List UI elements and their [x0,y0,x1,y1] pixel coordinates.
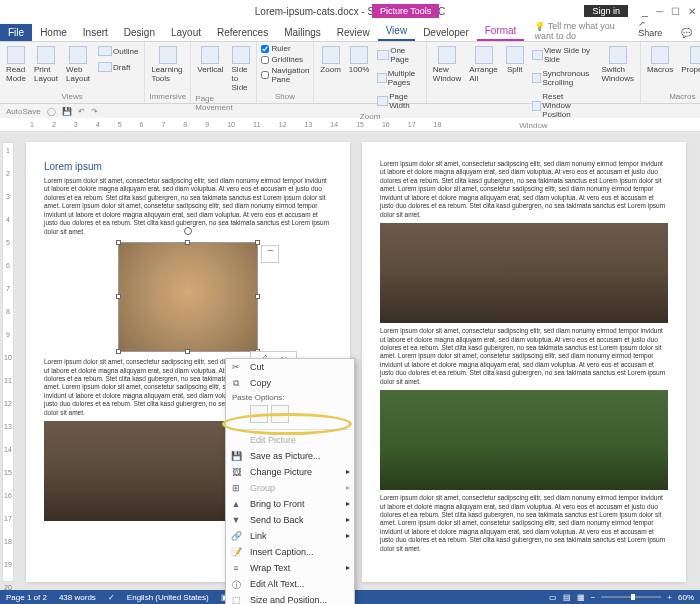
multi-pages-button[interactable]: Multiple Pages [375,67,422,89]
resize-handle[interactable] [255,294,260,299]
navpane-checkbox[interactable]: Navigation Pane [261,66,310,84]
ctx-wrap-text[interactable]: ≡Wrap Text [226,560,354,576]
resize-handle[interactable] [116,240,121,245]
titlebar: Lorem-ipsum-cats.docx - Saved to This PC… [0,0,700,22]
tab-design[interactable]: Design [116,24,163,41]
send-back-icon: ▼ [230,515,242,527]
learning-tools-button[interactable]: Learning Tools [149,44,186,85]
ribbon-options-icon[interactable]: ⎯ [642,6,648,17]
arrange-all-button[interactable]: Arrange All [467,44,499,85]
comments-button[interactable]: 💬 [673,25,700,41]
one-page-button[interactable]: One Page [375,44,422,66]
tab-mailings[interactable]: Mailings [276,24,329,41]
macros-button[interactable]: Macros [645,44,675,76]
zoom-in-button[interactable]: + [667,593,672,602]
ruler-checkbox[interactable]: Ruler [261,44,310,53]
ribbon-group-show: Ruler Gridlines Navigation Pane Show [257,42,315,103]
tab-references[interactable]: References [209,24,276,41]
sync-scroll-button[interactable]: Synchronous Scrolling [530,67,596,89]
ribbon-tabs: File Home Insert Design Layout Reference… [0,22,700,42]
web-layout-button[interactable]: Web Layout [64,44,92,85]
ctx-bring-front[interactable]: ▲Bring to Front [226,496,354,512]
redo-icon[interactable]: ↷ [91,107,98,116]
zoom-out-button[interactable]: − [591,593,596,602]
ctx-insert-caption[interactable]: 📝Insert Caption... [226,544,354,560]
tab-format[interactable]: Format [477,22,525,41]
signin-button[interactable]: Sign in [584,5,628,17]
page-indicator[interactable]: Page 1 of 2 [6,593,47,602]
outline-button[interactable]: Outline [96,44,140,58]
spell-check-icon[interactable]: ✓ [108,593,115,602]
page-width-button[interactable]: Page Width [375,90,422,112]
alt-text-icon: ⓘ [230,579,242,591]
ctx-send-back[interactable]: ▼Send to Back [226,512,354,528]
layout-options-button[interactable]: ⌒ [261,245,279,263]
close-icon[interactable]: ✕ [688,6,696,17]
rotate-handle[interactable] [184,227,192,235]
copy-icon: ⧉ [230,378,242,390]
ctx-save-as-picture[interactable]: 💾Save as Picture... [226,448,354,464]
tab-developer[interactable]: Developer [415,24,477,41]
ctx-size-position[interactable]: ⬚Size and Position... [226,592,354,604]
view-side-by-side-button[interactable]: View Side by Side [530,44,596,66]
picture-tools-tab[interactable]: Picture Tools [372,4,439,18]
zoom-100-button[interactable]: 100% [347,44,371,76]
inline-image[interactable] [380,390,668,490]
ctx-copy[interactable]: ⧉Copy [226,375,354,391]
print-layout-button[interactable]: Print Layout [32,44,60,85]
side-to-side-button[interactable]: Side to Side [230,44,252,94]
vertical-button[interactable]: Vertical [195,44,225,76]
selected-image[interactable]: ⌒ 🖌Style ✂Crop [118,242,258,352]
ribbon-group-window: New Window Arrange All Split View Side b… [427,42,641,103]
vertical-ruler[interactable]: 1234567891011121314151617181920212223242… [2,142,14,582]
autosave-toggle[interactable]: AutoSave [6,107,41,116]
tab-review[interactable]: Review [329,24,378,41]
view-print-icon[interactable]: ▤ [563,593,571,602]
resize-handle[interactable] [255,240,260,245]
resize-handle[interactable] [116,349,121,354]
zoom-button[interactable]: Zoom [318,44,342,76]
ctx-edit-picture: Edit Picture [226,432,354,448]
switch-windows-button[interactable]: Switch Windows [599,44,635,85]
zoom-slider[interactable] [601,596,661,598]
view-web-icon[interactable]: ▦ [577,593,585,602]
language-indicator[interactable]: English (United States) [127,593,209,602]
ctx-link[interactable]: 🔗Link [226,528,354,544]
tab-insert[interactable]: Insert [75,24,116,41]
ribbon-group-macros: Macros Properties Macros [641,42,700,103]
tab-home[interactable]: Home [32,24,75,41]
gridlines-checkbox[interactable]: Gridlines [261,55,310,64]
resize-handle[interactable] [185,240,190,245]
draft-button[interactable]: Draft [96,60,140,74]
reset-window-button[interactable]: Reset Window Position [530,90,596,121]
tab-view[interactable]: View [378,22,416,41]
tab-file[interactable]: File [0,24,32,41]
ctx-cut[interactable]: ✂Cut [226,359,354,375]
paste-option-1[interactable] [250,405,268,423]
read-mode-button[interactable]: Read Mode [4,44,28,85]
resize-handle[interactable] [185,349,190,354]
change-picture-icon: 🖼 [230,467,242,479]
maximize-icon[interactable]: ☐ [671,6,680,17]
ctx-change-picture[interactable]: 🖼Change Picture [226,464,354,480]
body-text: Lorem ipsum dolor sit amet, consectetur … [380,494,668,553]
tab-layout[interactable]: Layout [163,24,209,41]
ctx-edit-alt-text[interactable]: ⓘEdit Alt Text... [226,576,354,592]
split-button[interactable]: Split [504,44,526,76]
new-window-button[interactable]: New Window [431,44,463,85]
properties-button[interactable]: Properties [679,44,700,76]
tell-me-search[interactable]: 💡 Tell me what you want to do [524,21,630,41]
page-2[interactable]: Lorem ipsum dolor sit amet, consectetur … [362,142,686,582]
save-icon[interactable]: 💾 [62,107,72,116]
view-read-icon[interactable]: ▭ [549,593,557,602]
word-count[interactable]: 438 words [59,593,96,602]
inline-image[interactable] [380,223,668,323]
minimize-icon[interactable]: ─ [656,6,663,17]
ctx-paste-options-label: Paste Options: [226,391,354,403]
autosave-switch[interactable]: ◯ [47,107,56,116]
undo-icon[interactable]: ↶ [78,107,85,116]
paste-option-2[interactable] [271,405,289,423]
zoom-level[interactable]: 60% [678,593,694,602]
resize-handle[interactable] [116,294,121,299]
ctx-group: ⊞Group [226,480,354,496]
